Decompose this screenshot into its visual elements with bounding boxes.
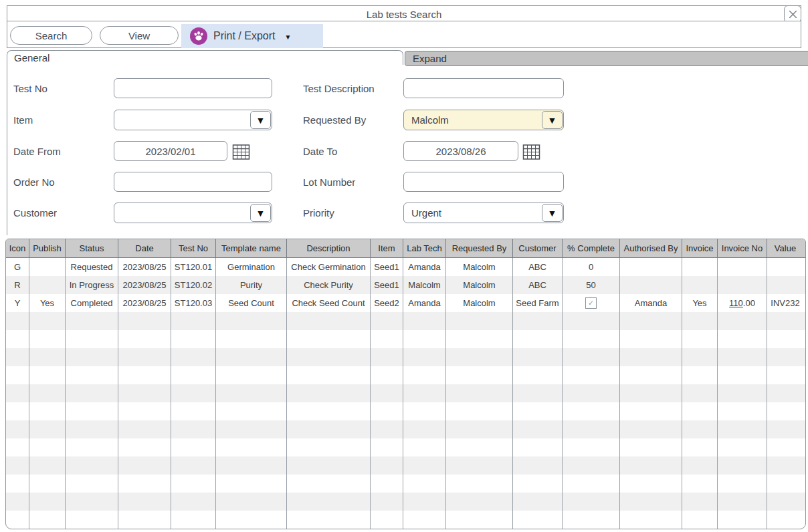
table-cell [513, 312, 563, 330]
calendar-icon[interactable] [232, 142, 250, 160]
table-cell [620, 456, 682, 475]
table-cell [6, 456, 29, 475]
table-cell [171, 312, 216, 330]
column-header[interactable]: Lab Tech [403, 239, 446, 257]
column-header[interactable]: Requested By [446, 239, 513, 257]
print-export-button[interactable]: Print / Export ▼ [181, 24, 323, 48]
table-cell [682, 475, 718, 493]
column-header[interactable]: Item [371, 239, 403, 257]
table-cell [620, 348, 682, 366]
table-cell [682, 511, 718, 529]
table-cell [216, 511, 287, 529]
paw-icon [190, 27, 207, 45]
priority-dropdown[interactable]: Urgent ▼ [403, 203, 564, 223]
table-cell [171, 420, 216, 438]
table-cell: Y [6, 294, 29, 312]
table-cell [6, 348, 29, 366]
column-header[interactable]: Date [118, 239, 171, 257]
calendar-icon[interactable] [522, 142, 540, 160]
column-header[interactable]: Invoice No [718, 239, 767, 257]
table-cell [563, 456, 620, 475]
test-no-input[interactable] [114, 78, 272, 98]
column-header[interactable]: Value [767, 239, 803, 257]
table-row[interactable]: RIn Progress2023/08/25ST120.02PurityChec… [6, 276, 805, 294]
invoice-no-link[interactable]: 110 [729, 298, 743, 308]
table-cell [66, 456, 118, 475]
table-cell [767, 330, 803, 348]
requested-by-dropdown[interactable]: Malcolm ▼ [403, 110, 564, 130]
table-cell [403, 438, 446, 456]
table-cell: Yes [29, 294, 66, 312]
table-cell [403, 475, 446, 493]
table-cell [287, 475, 371, 493]
table-cell [767, 312, 803, 330]
search-button[interactable]: Search [10, 26, 92, 45]
table-cell [767, 493, 803, 511]
chevron-down-icon[interactable]: ▼ [542, 204, 563, 222]
expand-header[interactable]: Expand [405, 51, 808, 66]
table-cell [6, 366, 29, 384]
percent-complete-checkbox[interactable]: ✓ [585, 297, 597, 309]
general-label: General [14, 52, 49, 63]
table-cell [718, 384, 767, 402]
table-cell [216, 438, 287, 456]
table-cell [171, 366, 216, 384]
column-header[interactable]: Status [66, 239, 118, 257]
lot-number-input[interactable] [403, 172, 564, 192]
table-cell [6, 438, 29, 456]
table-cell [513, 366, 563, 384]
table-cell [6, 420, 29, 438]
column-header[interactable]: Test No [171, 239, 216, 257]
table-cell [118, 330, 171, 348]
column-header[interactable]: Authorised By [620, 239, 682, 257]
tab-general[interactable]: General [7, 50, 403, 65]
customer-dropdown[interactable]: ▼ [114, 203, 272, 223]
date-from-input[interactable] [114, 141, 227, 161]
results-table: IconPublishStatusDateTest NoTemplate nam… [5, 239, 806, 529]
table-row[interactable]: GRequested2023/08/25ST120.01GerminationC… [6, 258, 805, 276]
column-header[interactable]: Description [287, 239, 371, 257]
table-cell: ABC [513, 276, 563, 294]
date-to-input[interactable] [403, 141, 518, 161]
table-cell [403, 366, 446, 384]
table-cell [446, 384, 513, 402]
table-cell [171, 475, 216, 493]
table-cell [718, 420, 767, 438]
table-cell [718, 312, 767, 330]
table-row-empty [6, 493, 805, 511]
column-header[interactable]: % Complete [563, 239, 620, 257]
table-cell: R [6, 276, 29, 294]
table-row-empty [6, 420, 805, 438]
table-cell [29, 456, 66, 475]
table-cell: Seed2 [371, 294, 403, 312]
column-header[interactable]: Icon [6, 239, 29, 257]
column-header[interactable]: Customer [513, 239, 563, 257]
order-no-input[interactable] [114, 172, 272, 192]
print-export-label: Print / Export [213, 30, 275, 42]
date-from-label: Date From [13, 141, 61, 161]
table-cell: ST120.02 [171, 276, 216, 294]
column-header[interactable]: Publish [29, 239, 66, 257]
chevron-down-icon[interactable]: ▼ [250, 204, 271, 222]
table-cell [371, 420, 403, 438]
column-header[interactable]: Invoice [682, 239, 718, 257]
item-dropdown[interactable]: ▼ [114, 110, 272, 130]
table-cell [171, 402, 216, 420]
column-header[interactable]: Template name [216, 239, 287, 257]
table-cell [287, 420, 371, 438]
chevron-down-icon[interactable]: ▼ [542, 111, 563, 129]
table-cell [29, 438, 66, 456]
table-cell [287, 402, 371, 420]
chevron-down-icon[interactable]: ▼ [250, 111, 271, 129]
table-cell [620, 402, 682, 420]
table-cell [446, 402, 513, 420]
test-description-input[interactable] [403, 78, 564, 98]
table-cell [620, 511, 682, 529]
table-cell: Amanda [620, 294, 682, 312]
table-cell [446, 456, 513, 475]
table-row-empty [6, 402, 805, 420]
table-cell [66, 420, 118, 438]
table-row[interactable]: YYesCompleted2023/08/25ST120.03Seed Coun… [6, 294, 805, 312]
view-button[interactable]: View [100, 26, 179, 45]
priority-label: Priority [303, 203, 334, 223]
